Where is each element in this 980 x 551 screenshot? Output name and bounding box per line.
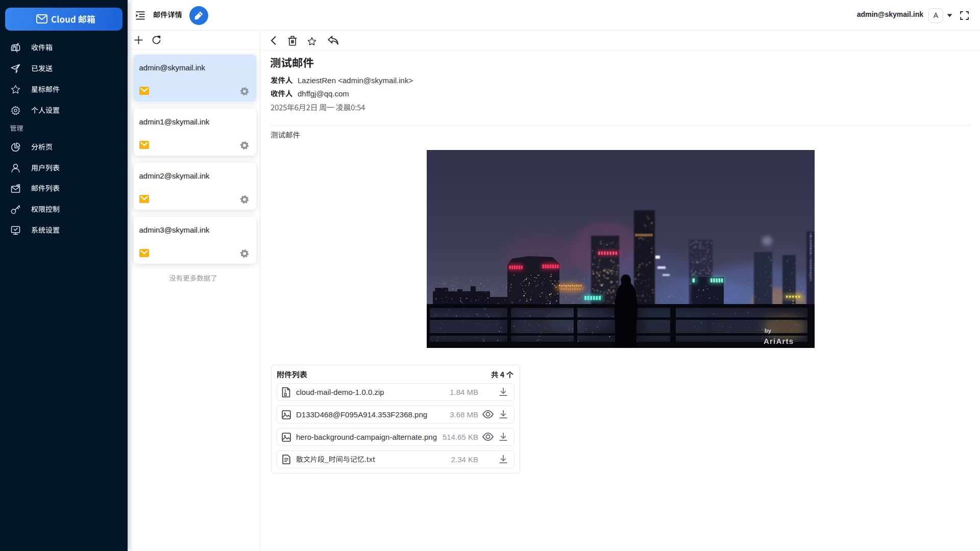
svg-text:AriArts: AriArts xyxy=(764,337,794,345)
svg-text:by: by xyxy=(765,328,772,334)
